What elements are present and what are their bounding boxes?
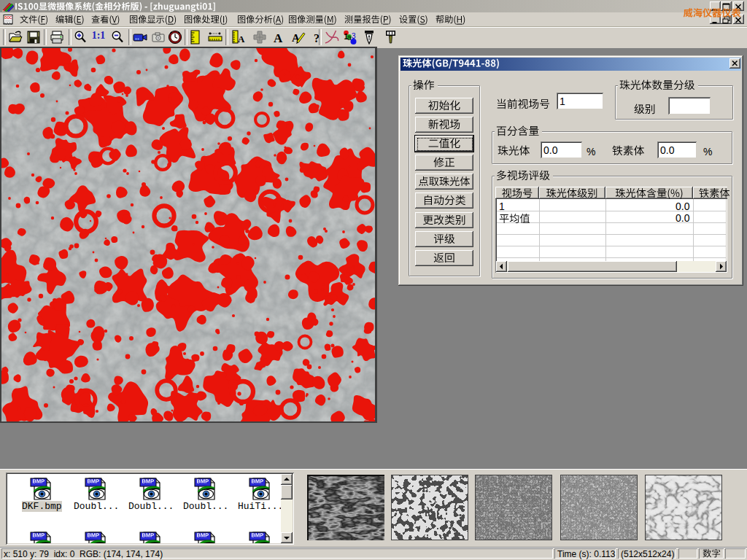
svg-text:A: A [274, 31, 283, 44]
svg-text:DOC: DOC [4, 16, 12, 20]
svg-text:A: A [238, 34, 245, 44]
